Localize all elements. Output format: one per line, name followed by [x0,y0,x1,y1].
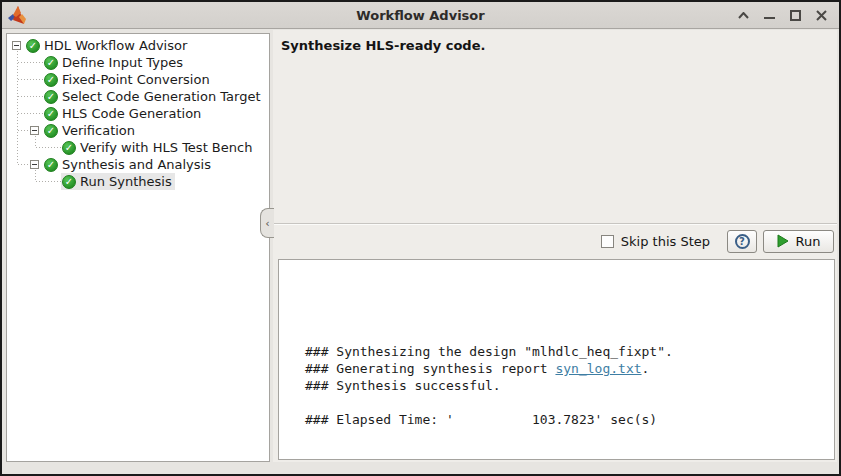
minimize-button[interactable] [759,6,780,24]
run-button-label: Run [796,234,821,249]
tree-connector-line [35,170,36,182]
window-controls [733,6,832,24]
syn-log-link[interactable]: syn_log.txt [555,361,641,376]
window-title: Workflow Advisor [2,8,839,23]
close-button[interactable] [811,6,832,24]
tree-item-run-synthesis[interactable]: ✓Run Synthesis [7,173,269,190]
maximize-icon [790,10,801,21]
tree-connector-stub [36,181,61,182]
tree-node: ✓Define Input Types [43,54,186,71]
log-text: . [642,361,650,376]
tree-item-label: Verification [62,123,135,138]
separator-line [273,223,837,225]
tree-item-label: HLS Code Generation [62,106,201,121]
tree-connector-stub [18,96,43,97]
check-passed-icon: ✓ [44,158,58,172]
tree-node: ✓Run Synthesis [61,173,175,190]
tree-node: ✓HDL Workflow Advisor [25,37,190,54]
step-toolbar: Skip this Step ? Run [273,226,837,256]
close-icon [816,10,827,21]
tree-connector-stub [18,79,43,80]
tree-item-verification[interactable]: ✓Verification [7,122,269,139]
tree-item-synthesis-and-analysis[interactable]: ✓Synthesis and Analysis [7,156,269,173]
tree-connector-stub [18,130,30,131]
tree-connector-line [35,136,36,148]
log-text: ### Synthesis successful. [305,378,501,393]
minimize-icon [764,10,775,20]
skip-step-checkbox[interactable] [601,235,614,248]
tree-item-verify-with-hls-test-bench[interactable]: ✓Verify with HLS Test Bench [7,139,269,156]
tree-connector-stub [18,164,30,165]
log-line: ### Synthesis successful. [305,377,834,394]
log-text: ### Generating synthesis report [305,361,555,376]
tree-expander-icon[interactable] [30,160,39,169]
tree-node: ✓Fixed-Point Conversion [43,71,213,88]
tree-expander-icon[interactable] [12,41,21,50]
collapse-panel-button[interactable]: ‹ [260,208,274,238]
check-passed-icon: ✓ [44,56,58,70]
log-line: ### Generating synthesis report syn_log.… [305,360,834,377]
workflow-advisor-window: Workflow Advisor [0,0,841,476]
play-icon [777,234,789,248]
log-line: ### Synthesizing the design "mlhdlc_heq_… [305,343,834,360]
tree-item-fixed-point-conversion[interactable]: ✓Fixed-Point Conversion [7,71,269,88]
workflow-tree: ✓HDL Workflow Advisor✓Define Input Types… [7,34,269,190]
tree-node: ✓Verify with HLS Test Bench [61,139,255,156]
shade-button[interactable] [733,6,754,24]
tree-node: ✓Verification [43,122,138,139]
help-button[interactable]: ? [727,230,757,253]
tree-connector-stub [18,113,43,114]
step-heading: Synthesize HLS-ready code. [273,30,837,53]
tree-item-label: Synthesis and Analysis [62,157,211,172]
tree-node: ✓HLS Code Generation [43,105,204,122]
tree-item-label: Fixed-Point Conversion [62,72,210,87]
synthesis-log-panel[interactable]: ### Synthesizing the design "mlhdlc_heq_… [278,259,835,460]
check-passed-icon: ✓ [44,73,58,87]
run-button[interactable]: Run [763,230,834,253]
tree-connector-line [17,51,18,165]
check-passed-icon: ✓ [26,39,40,53]
tree-item-label: Run Synthesis [80,174,172,189]
matlab-logo-icon [8,5,28,25]
check-passed-icon: ✓ [44,124,58,138]
tree-item-label: Verify with HLS Test Bench [80,140,252,155]
chevron-up-icon [738,12,749,19]
log-text: ### Elapsed Time: ' 103.7823' sec(s) [305,412,657,427]
check-passed-icon: ✓ [62,175,76,189]
log-line: ### Elapsed Time: ' 103.7823' sec(s) [305,411,834,428]
tree-item-select-code-generation-target[interactable]: ✓Select Code Generation Target [7,88,269,105]
tree-item-label: Select Code Generation Target [62,89,261,104]
tree-item-label: Define Input Types [62,55,183,70]
tree-item-hls-code-generation[interactable]: ✓HLS Code Generation [7,105,269,122]
log-line [305,394,834,411]
skip-step-label: Skip this Step [621,234,710,249]
tree-item-hdl-workflow-advisor[interactable]: ✓HDL Workflow Advisor [7,37,269,54]
workflow-tree-panel: ✓HDL Workflow Advisor✓Define Input Types… [6,33,270,462]
check-passed-icon: ✓ [62,141,76,155]
tree-expander-icon[interactable] [30,126,39,135]
tree-connector-stub [36,147,61,148]
tree-node: ✓Synthesis and Analysis [43,156,214,173]
step-panel: Synthesize HLS-ready code. Skip this Ste… [273,30,837,462]
tree-item-label: HDL Workflow Advisor [44,38,187,53]
tree-connector-stub [18,62,43,63]
tree-node: ✓Select Code Generation Target [43,88,264,105]
help-icon: ? [735,234,750,249]
check-passed-icon: ✓ [44,107,58,121]
maximize-button[interactable] [785,6,806,24]
log-text: ### Synthesizing the design "mlhdlc_heq_… [305,344,673,359]
check-passed-icon: ✓ [44,90,58,104]
title-bar[interactable]: Workflow Advisor [2,2,839,29]
tree-item-define-input-types[interactable]: ✓Define Input Types [7,54,269,71]
synthesis-log-text: ### Synthesizing the design "mlhdlc_heq_… [279,260,834,428]
